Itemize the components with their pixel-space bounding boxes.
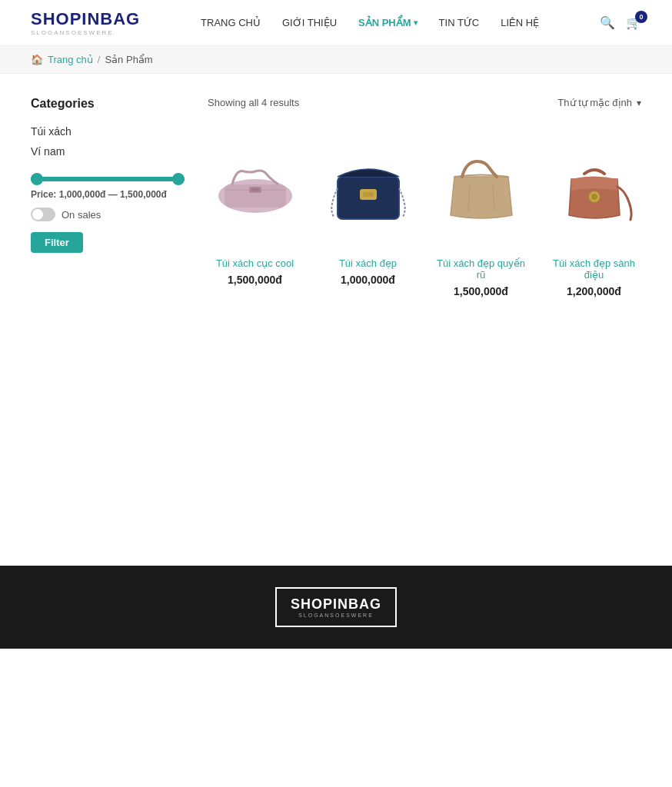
toggle-knob — [32, 209, 43, 220]
cart-icon[interactable]: 🛒 0 — [626, 15, 641, 30]
header-icons: 🔍 🛒 0 — [600, 15, 641, 30]
cart-badge: 0 — [635, 11, 647, 23]
price-slider-fill — [31, 177, 185, 181]
breadcrumb-home-link[interactable]: Trang chủ — [48, 54, 93, 65]
product-image-1 — [208, 127, 302, 250]
nav-gioi-thieu[interactable]: GIỚI THIỆU — [282, 17, 337, 28]
product-bag-svg-3 — [439, 154, 524, 223]
nav-tin-tuc[interactable]: TIN TỨC — [439, 17, 480, 28]
products-grid: Túi xách cục cool 1,500,000đ — [208, 127, 641, 297]
price-slider-max-thumb[interactable] — [172, 173, 185, 185]
price-slider-track[interactable] — [31, 177, 185, 181]
product-image-3 — [434, 127, 528, 250]
sidebar-item-tui-xach[interactable]: Túi xách — [31, 121, 185, 141]
main-content: Categories Túi xách Ví nam Price: 1,000,… — [0, 74, 672, 535]
nav-trang-chu[interactable]: TRANG CHỦ — [201, 17, 261, 28]
svg-rect-8 — [363, 192, 374, 197]
product-price-2: 1,000,000đ — [321, 274, 415, 286]
product-name-4[interactable]: Túi xách đẹp sành điệu — [547, 257, 641, 281]
product-price-4: 1,200,000đ — [547, 285, 641, 297]
svg-point-12 — [591, 194, 597, 200]
sidebar-item-vi-nam[interactable]: Ví nam — [31, 141, 185, 161]
product-price-1: 1,500,000đ — [208, 274, 302, 286]
on-sales-row: On sales — [31, 208, 185, 221]
product-bag-svg-2 — [326, 154, 411, 223]
product-image-2 — [321, 127, 415, 250]
product-bag-svg-4 — [552, 152, 637, 225]
product-name-2[interactable]: Túi xách đẹp — [321, 257, 415, 269]
results-count: Showing all 4 results — [208, 97, 299, 108]
product-bag-svg-1 — [209, 158, 301, 219]
product-card-4[interactable]: Túi xách đẹp sành điệu 1,200,000đ — [547, 127, 641, 297]
sidebar-title: Categories — [31, 97, 185, 111]
product-image-4 — [547, 127, 641, 250]
sidebar: Categories Túi xách Ví nam Price: 1,000,… — [31, 97, 185, 512]
breadcrumb-separator: / — [98, 54, 101, 65]
price-slider-min-thumb[interactable] — [31, 173, 43, 185]
products-header: Showing all 4 results Thứ tự mặc định ▾ — [208, 97, 641, 108]
product-card-3[interactable]: Túi xách đẹp quyến rũ 1,500,000đ — [434, 127, 528, 297]
on-sales-toggle[interactable] — [31, 208, 55, 221]
product-name-3[interactable]: Túi xách đẹp quyến rũ — [434, 257, 528, 281]
product-name-1[interactable]: Túi xách cục cool — [208, 257, 302, 269]
price-range-label: Price: 1,000,000đ — 1,500,000đ — [31, 189, 185, 200]
logo: SHOPINBAG SLOGANSOESWERE — [31, 9, 140, 36]
footer: SHOPINBAG SLOGANSOESWERE — [0, 566, 672, 649]
chevron-down-icon: ▾ — [637, 98, 641, 108]
footer-logo-slogan: SLOGANSOESWERE — [291, 613, 381, 618]
svg-rect-4 — [251, 188, 259, 191]
main-nav: TRANG CHỦ GIỚI THIỆU SẢN PHẨM ▾ TIN TỨC … — [201, 17, 539, 28]
product-price-3: 1,500,000đ — [434, 285, 528, 297]
price-filter: Price: 1,000,000đ — 1,500,000đ — [31, 177, 185, 200]
on-sales-label: On sales — [62, 209, 101, 221]
product-card-1[interactable]: Túi xách cục cool 1,500,000đ — [208, 127, 302, 297]
product-card-2[interactable]: Túi xách đẹp 1,000,000đ — [321, 127, 415, 297]
filter-button[interactable]: Filter — [31, 232, 83, 253]
logo-slogan: SLOGANSOESWERE — [31, 29, 140, 36]
footer-logo-name: SHOPINBAG — [291, 596, 381, 613]
search-icon[interactable]: 🔍 — [600, 15, 615, 30]
breadcrumb-current: Sản Phẩm — [105, 54, 152, 65]
products-area: Showing all 4 results Thứ tự mặc định ▾ — [208, 97, 641, 512]
home-icon: 🏠 — [31, 54, 43, 65]
footer-logo: SHOPINBAG SLOGANSOESWERE — [275, 587, 397, 627]
nav-lien-he[interactable]: LIÊN HỆ — [501, 17, 539, 28]
header: SHOPINBAG SLOGANSOESWERE TRANG CHỦ GIỚI … — [0, 0, 672, 46]
nav-san-pham[interactable]: SẢN PHẨM ▾ — [358, 17, 418, 28]
chevron-down-icon: ▾ — [414, 18, 418, 27]
breadcrumb: 🏠 Trang chủ / Sản Phẩm — [0, 46, 672, 74]
logo-name: SHOPINBAG — [31, 9, 140, 29]
sort-dropdown[interactable]: Thứ tự mặc định ▾ — [557, 97, 641, 108]
